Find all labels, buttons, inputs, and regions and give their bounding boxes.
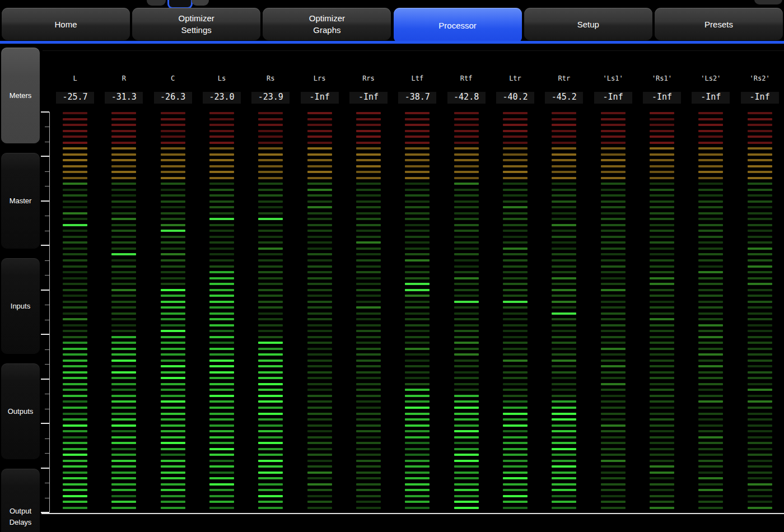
meter-segment [601, 236, 626, 238]
tab-optimizer-graphs[interactable]: OptimizerGraphs [263, 8, 391, 40]
meter-segment [307, 324, 332, 326]
meter-segment [161, 153, 185, 156]
level-meter-C [161, 112, 185, 513]
sidebar-item-master[interactable]: Master [1, 153, 40, 249]
meter-segment [503, 365, 528, 367]
meter-segment [601, 353, 626, 356]
sidebar-item-output-delays[interactable]: OutputDelays [1, 469, 40, 532]
channel-level-value: -Inf [643, 92, 681, 104]
sidebar-item-outputs[interactable]: Outputs [1, 363, 40, 459]
meter-segment [552, 353, 576, 356]
meter-segment [552, 324, 576, 326]
meter-segment [63, 171, 87, 173]
channel-level-value: -Inf [349, 92, 388, 104]
tab-processor[interactable]: Processor [394, 8, 522, 43]
tab-optimizer-settings[interactable]: OptimizerSettings [132, 8, 260, 40]
meter-segment [748, 248, 772, 250]
meter-segment [698, 301, 723, 303]
meter-segment [356, 130, 381, 132]
meter-segment [405, 371, 430, 374]
meter-segment [748, 353, 772, 356]
meter-segment [552, 171, 576, 173]
meter-segment [258, 171, 283, 173]
meter-segment [405, 142, 430, 144]
tab-setup[interactable]: Setup [524, 8, 652, 40]
meter-segment [748, 200, 772, 203]
meter-segment [258, 283, 283, 285]
meter-segment [111, 218, 136, 220]
sidebar-item-meters[interactable]: Meters [1, 48, 40, 143]
meter-segment [405, 312, 430, 315]
sidebar-item-inputs[interactable]: Inputs [1, 258, 40, 354]
tab-home[interactable]: Home [2, 8, 130, 40]
meter-segment [552, 248, 576, 250]
meter-segment [748, 324, 772, 326]
meter-segment [307, 330, 332, 332]
meter-segment [698, 147, 723, 150]
meter-segment [601, 489, 626, 491]
meter-segment [748, 418, 772, 421]
meter-segment [698, 418, 723, 421]
partial-button-4[interactable] [754, 0, 782, 4]
meter-segment [405, 277, 430, 279]
meter-segment [698, 289, 723, 291]
meter-segment [161, 377, 185, 379]
meter-segment [503, 271, 528, 273]
meter-segment [552, 112, 576, 114]
sidebar-item-label: Delays [10, 517, 32, 528]
meter-segment [161, 342, 185, 344]
meter-segment [552, 501, 576, 503]
meter-segment [454, 483, 479, 486]
meter-segment [161, 283, 185, 285]
meter-segment [405, 395, 430, 397]
meter-segment [258, 442, 283, 444]
level-meter-Rtr [552, 112, 576, 513]
meter-segment [209, 165, 234, 167]
meter-segment [503, 436, 528, 438]
meter-segment [63, 483, 87, 486]
meter-segment [111, 277, 136, 279]
meter-segment [111, 189, 136, 191]
meter-segment [307, 171, 332, 173]
channel-level-value: -25.7 [56, 92, 94, 104]
meter-segment [161, 483, 185, 486]
tab-presets[interactable]: Presets [655, 8, 783, 40]
channel-level-value: -45.2 [545, 92, 583, 104]
meter-segment [454, 248, 479, 250]
meter-segment [698, 248, 723, 250]
partial-button-3[interactable] [192, 0, 209, 6]
meter-segment [63, 353, 87, 356]
meter-segment [552, 183, 576, 185]
meter-segment [63, 206, 87, 208]
meter-segment [63, 495, 87, 497]
meter-segment [258, 383, 283, 385]
meter-segment [552, 365, 576, 367]
scale-tick-minor [45, 171, 49, 172]
level-meter-Rs1 [650, 112, 674, 513]
meter-segment [698, 477, 723, 479]
meter-segment [601, 483, 626, 486]
meter-segment [503, 236, 528, 238]
meter-segment [698, 413, 723, 415]
partial-button-1[interactable] [147, 0, 166, 6]
meter-segment [161, 413, 185, 415]
meter-segment [111, 236, 136, 238]
meter-segment [405, 377, 430, 379]
meter-segment [356, 183, 381, 185]
meter-baseline [41, 513, 784, 514]
meter-segment [63, 383, 87, 385]
meter-segment [161, 383, 185, 385]
meter-segment [698, 189, 723, 191]
meter-segment [356, 165, 381, 167]
meter-segment [650, 400, 674, 403]
meter-segment [307, 336, 332, 338]
meter-segment [454, 224, 479, 226]
scale-tick-minor [45, 275, 49, 276]
meter-segment [748, 430, 772, 432]
meter-segment [698, 142, 723, 144]
meter-segment [307, 424, 332, 427]
meter-segment [258, 424, 283, 427]
meter-segment [405, 289, 430, 291]
meter-segment [307, 142, 332, 144]
meter-segment [258, 206, 283, 208]
